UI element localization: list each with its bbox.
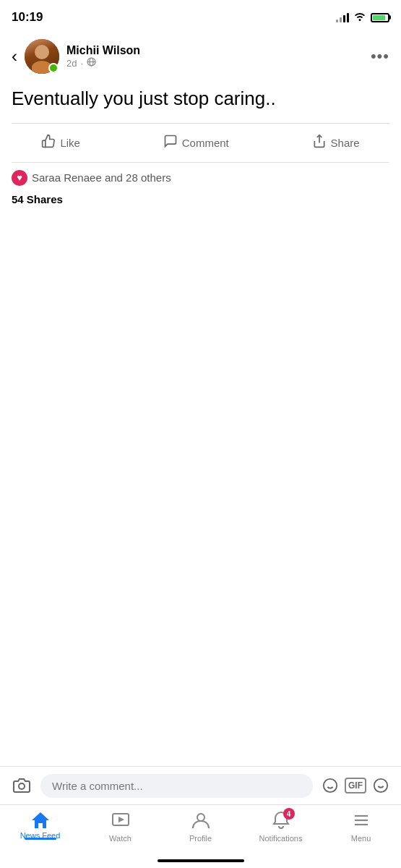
nav-item-news-feed[interactable]: News Feed [0,811,80,840]
share-label: Share [331,137,360,149]
share-button[interactable]: Share [301,128,371,158]
online-indicator [48,63,59,73]
status-icons [336,11,389,24]
comment-icon [163,134,178,152]
comment-label: Comment [182,137,229,149]
comment-input-bar: GIF [0,766,401,804]
nav-item-menu[interactable]: Menu [321,811,401,843]
nav-item-watch[interactable]: Watch [80,811,160,843]
notification-badge: 4 [283,808,295,820]
svg-point-5 [324,779,337,792]
post-content: Eventually you just stop caring.. [0,81,401,123]
emoji-button[interactable] [369,774,392,797]
svg-point-14 [197,814,204,821]
user-info: Michii Wilson 2d · [66,44,371,69]
svg-marker-11 [32,812,49,828]
heart-reaction-icon: ♥ [12,170,27,186]
more-options-button[interactable]: ••• [371,47,389,66]
shares-row: 54 Shares [0,190,401,215]
action-bar: Like Comment Share [0,124,401,162]
reactions-row: ♥ Saraa Renaee and 28 others [0,163,401,190]
watch-icon [111,811,130,833]
avatar[interactable] [25,39,59,74]
sticker-button[interactable] [319,774,342,797]
like-icon [41,134,56,152]
active-indicator [25,838,56,840]
post-age: 2d [66,58,77,69]
globe-icon [87,57,96,69]
gif-button[interactable]: GIF [345,778,366,793]
reactions-text[interactable]: Saraa Renaee and 28 others [32,171,171,184]
emoji-buttons: GIF [319,774,392,797]
svg-point-4 [19,783,25,789]
nav-item-notifications[interactable]: 4 Notifications [241,811,321,843]
post-text: Eventually you just stop caring.. [12,87,389,111]
home-icon [30,811,51,830]
comment-button[interactable]: Comment [152,128,241,158]
profile-label: Profile [189,834,212,843]
svg-point-8 [374,779,387,792]
profile-icon [191,811,210,833]
shares-count[interactable]: 54 Shares [12,193,63,205]
comment-input[interactable] [40,774,313,798]
svg-marker-13 [118,817,124,822]
dot-separator: · [80,58,83,69]
notifications-icon-wrapper: 4 [272,811,290,833]
nav-item-profile[interactable]: Profile [160,811,241,843]
menu-icon [352,811,371,833]
camera-button[interactable] [9,773,35,799]
back-button[interactable]: ‹ [12,46,17,67]
user-name[interactable]: Michii Wilson [66,44,371,57]
signal-icon [336,12,349,22]
post-header: ‹ Michii Wilson 2d · ••• [0,32,401,81]
post-meta: 2d · [66,57,371,69]
share-icon [312,134,327,152]
menu-label: Menu [351,834,371,843]
wifi-icon [353,11,366,24]
bottom-nav: News Feed Watch Profile 4 [0,804,401,868]
notifications-label: Notifications [259,834,303,843]
watch-label: Watch [109,834,131,843]
battery-icon [371,13,389,22]
status-bar: 10:19 [0,0,401,32]
home-indicator [158,859,244,862]
like-button[interactable]: Like [30,128,92,158]
status-time: 10:19 [12,10,43,25]
like-label: Like [60,137,80,149]
